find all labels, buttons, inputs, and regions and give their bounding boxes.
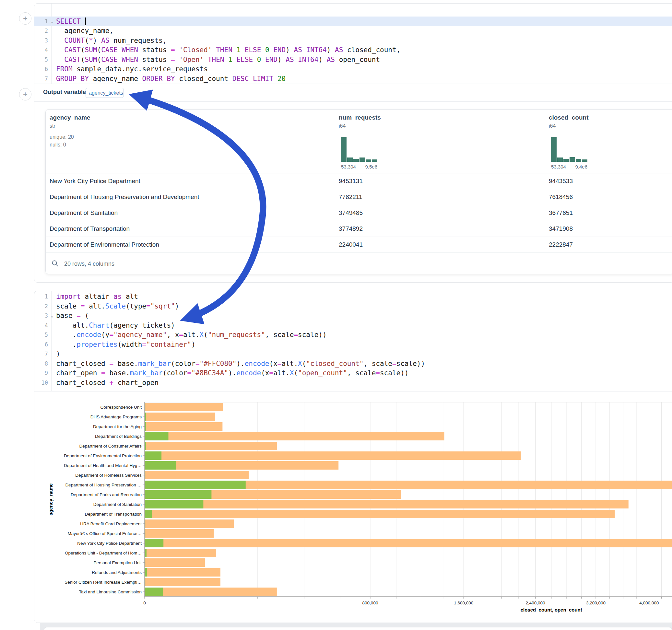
code-line[interactable]: 10chart_closed + chart_open — [34, 378, 672, 388]
code-line[interactable]: 5 CAST(SUM(CASE WHEN status = 'Open' THE… — [34, 55, 672, 65]
histogram-bar[interactable] — [563, 159, 569, 162]
python-code-editor[interactable]: 1import altair as alt2scale = alt.Scale(… — [34, 292, 672, 388]
histogram-bar[interactable] — [551, 137, 557, 162]
bar-closed-count[interactable] — [145, 432, 445, 440]
table-row-divider — [46, 252, 672, 253]
bar-closed-count[interactable] — [145, 568, 220, 577]
table-row-divider — [46, 189, 672, 189]
histogram-bar[interactable] — [347, 158, 353, 162]
bar-closed-count[interactable] — [145, 500, 628, 508]
bar-open-count[interactable] — [145, 432, 169, 440]
bar-closed-count[interactable] — [145, 413, 215, 421]
bar-closed-count[interactable] — [145, 539, 672, 547]
bar-open-count[interactable] — [145, 529, 146, 538]
code-line[interactable]: 1import altair as alt — [34, 292, 672, 302]
column-header[interactable]: agency_name — [50, 114, 91, 121]
code-line[interactable]: 2scale = alt.Scale(type="sqrt") — [34, 301, 672, 311]
code-line[interactable]: 1⌄SELECT — [34, 17, 672, 26]
bar-open-count[interactable] — [145, 519, 146, 528]
table-cell-num-requests[interactable]: 3774892 — [339, 225, 363, 232]
bar-closed-count[interactable] — [145, 529, 214, 538]
bar-open-count[interactable] — [145, 558, 146, 567]
table-cell-closed-count[interactable]: 3471908 — [549, 225, 573, 232]
code-line[interactable]: 4 alt.Chart(agency_tickets) — [34, 320, 672, 330]
bar-open-count[interactable] — [145, 490, 212, 499]
code-token: ( — [294, 369, 298, 377]
bar-open-count[interactable] — [145, 481, 246, 489]
add-block-button-middle[interactable]: + — [19, 88, 31, 100]
table-cell-agency[interactable]: Department of Housing Preservation and D… — [50, 193, 199, 201]
table-cell-closed-count[interactable]: 3677651 — [549, 209, 573, 217]
histogram-bar[interactable] — [582, 160, 587, 162]
bar-closed-count[interactable] — [145, 549, 216, 557]
bar-closed-count[interactable] — [145, 510, 615, 518]
table-cell-agency[interactable]: Department of Environmental Protection — [50, 241, 159, 248]
table-cell-num-requests[interactable]: 7782211 — [339, 193, 362, 201]
code-line[interactable]: 9chart_open = base.mark_bar(color="#8BC3… — [34, 368, 672, 378]
bar-closed-count[interactable] — [145, 587, 277, 596]
fold-chevron-icon[interactable]: ⌄ — [48, 313, 56, 318]
table-cell-num-requests[interactable]: 2240041 — [339, 241, 363, 248]
table-cell-closed-count[interactable]: 2222847 — [549, 241, 573, 248]
bar-closed-count[interactable] — [145, 519, 234, 528]
histogram-bar[interactable] — [353, 159, 359, 162]
bar-closed-count[interactable] — [145, 578, 220, 586]
histogram-bar[interactable] — [360, 158, 365, 162]
column-header[interactable]: closed_count — [549, 114, 589, 121]
code-token: = — [142, 341, 146, 348]
bar-closed-count[interactable] — [145, 422, 223, 431]
histogram-bar[interactable] — [576, 159, 581, 162]
code-token: (y — [101, 331, 109, 339]
table-cell-num-requests[interactable]: 9453131 — [339, 177, 363, 185]
histogram-bar[interactable] — [341, 137, 346, 162]
bar-open-count[interactable] — [145, 413, 146, 421]
code-line[interactable]: 6FROM sample_data.nyc.service_requests — [34, 65, 672, 74]
bar-open-count[interactable] — [145, 422, 146, 431]
table-cell-closed-count[interactable]: 9443533 — [549, 177, 573, 185]
table-cell-num-requests[interactable]: 3749485 — [339, 209, 363, 217]
code-line[interactable]: 4 CAST(SUM(CASE WHEN status = 'Closed' T… — [34, 45, 672, 55]
bar-open-count[interactable] — [145, 549, 147, 557]
bar-open-count[interactable] — [145, 510, 152, 518]
bar-open-count[interactable] — [145, 578, 146, 586]
histogram-bar[interactable] — [570, 157, 575, 162]
bar-open-count[interactable] — [145, 452, 162, 460]
bar-open-count[interactable] — [145, 568, 147, 577]
table-cell-agency[interactable]: New York City Police Department — [50, 177, 140, 185]
table-cell-agency[interactable]: Department of Transportation — [50, 225, 130, 232]
code-line[interactable]: 7GROUP BY agency_name ORDER BY closed_co… — [34, 74, 672, 83]
bar-closed-count[interactable] — [145, 452, 521, 460]
bar-open-count[interactable] — [145, 587, 163, 596]
code-line[interactable]: 5 .encode(y="agency_name", x=alt.X("num_… — [34, 330, 672, 340]
bar-open-count[interactable] — [145, 403, 146, 411]
histogram-bar[interactable] — [372, 160, 377, 162]
code-line[interactable]: 8chart_closed = base.mark_bar(color="#FF… — [34, 359, 672, 368]
code-line[interactable]: 6 .properties(width="container") — [34, 340, 672, 349]
code-line[interactable]: 7) — [34, 349, 672, 359]
code-line[interactable]: 3 COUNT(*) AS num_requests, — [34, 35, 672, 45]
bar-closed-count[interactable] — [145, 403, 223, 411]
histogram-bar[interactable] — [557, 158, 563, 162]
bar-closed-count[interactable] — [145, 471, 249, 479]
code-line[interactable]: 2 agency_name, — [34, 26, 672, 36]
bar-closed-count[interactable] — [145, 442, 277, 450]
code-token: alt. — [183, 331, 200, 339]
x-tick-label: 800,000 — [362, 601, 378, 605]
code-line[interactable]: 3⌄base = ( — [34, 311, 672, 321]
search-icon[interactable] — [51, 260, 59, 267]
table-cell-agency[interactable]: Department of Sanitation — [50, 209, 118, 217]
bar-open-count[interactable] — [145, 500, 203, 508]
bar-open-count[interactable] — [145, 461, 176, 469]
table-cell-closed-count[interactable]: 7618456 — [549, 193, 573, 201]
fold-chevron-icon[interactable]: ⌄ — [48, 19, 56, 24]
sql-code-editor[interactable]: 1⌄SELECT 2 agency_name,3 COUNT(*) AS num… — [34, 17, 672, 83]
histogram-bar[interactable] — [366, 160, 371, 162]
table-row-divider — [46, 221, 672, 221]
add-block-button-top[interactable]: + — [19, 12, 31, 25]
bar-open-count[interactable] — [145, 442, 146, 450]
bar-closed-count[interactable] — [145, 558, 205, 567]
bar-open-count[interactable] — [145, 539, 164, 547]
bar-open-count[interactable] — [145, 471, 146, 479]
output-variable-badge[interactable]: agency_tickets — [86, 88, 124, 98]
column-header[interactable]: num_requests — [339, 114, 381, 121]
